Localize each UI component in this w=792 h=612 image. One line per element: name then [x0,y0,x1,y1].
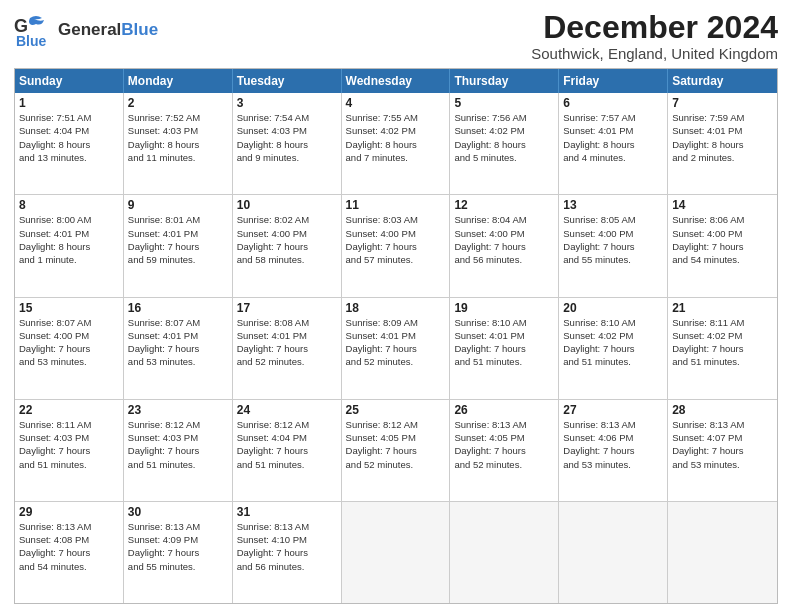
day-info: Sunrise: 8:00 AM Sunset: 4:01 PM Dayligh… [19,213,119,266]
calendar-cell: 7Sunrise: 7:59 AM Sunset: 4:01 PM Daylig… [668,93,777,194]
day-number: 30 [128,505,228,519]
day-number: 2 [128,96,228,110]
calendar-cell: 28Sunrise: 8:13 AM Sunset: 4:07 PM Dayli… [668,400,777,501]
day-number: 4 [346,96,446,110]
page: G Blue GeneralBlue December 2024 Southwi… [0,0,792,612]
calendar-cell: 26Sunrise: 8:13 AM Sunset: 4:05 PM Dayli… [450,400,559,501]
header-saturday: Saturday [668,69,777,93]
calendar-cell [342,502,451,603]
calendar-cell: 13Sunrise: 8:05 AM Sunset: 4:00 PM Dayli… [559,195,668,296]
day-number: 25 [346,403,446,417]
calendar-cell: 23Sunrise: 8:12 AM Sunset: 4:03 PM Dayli… [124,400,233,501]
calendar-cell: 29Sunrise: 8:13 AM Sunset: 4:08 PM Dayli… [15,502,124,603]
day-number: 12 [454,198,554,212]
day-number: 11 [346,198,446,212]
day-info: Sunrise: 8:12 AM Sunset: 4:03 PM Dayligh… [128,418,228,471]
logo-icon: G Blue [14,10,54,50]
day-info: Sunrise: 8:13 AM Sunset: 4:07 PM Dayligh… [672,418,773,471]
day-info: Sunrise: 7:56 AM Sunset: 4:02 PM Dayligh… [454,111,554,164]
header-friday: Friday [559,69,668,93]
logo-general: General [58,20,121,39]
day-info: Sunrise: 8:13 AM Sunset: 4:05 PM Dayligh… [454,418,554,471]
svg-text:Blue: Blue [16,33,47,49]
calendar-cell [450,502,559,603]
day-info: Sunrise: 7:51 AM Sunset: 4:04 PM Dayligh… [19,111,119,164]
calendar-cell: 16Sunrise: 8:07 AM Sunset: 4:01 PM Dayli… [124,298,233,399]
day-number: 16 [128,301,228,315]
calendar-week-2: 8Sunrise: 8:00 AM Sunset: 4:01 PM Daylig… [15,194,777,296]
day-number: 7 [672,96,773,110]
day-info: Sunrise: 8:10 AM Sunset: 4:01 PM Dayligh… [454,316,554,369]
calendar-cell: 4Sunrise: 7:55 AM Sunset: 4:02 PM Daylig… [342,93,451,194]
calendar-cell: 10Sunrise: 8:02 AM Sunset: 4:00 PM Dayli… [233,195,342,296]
day-info: Sunrise: 7:52 AM Sunset: 4:03 PM Dayligh… [128,111,228,164]
day-info: Sunrise: 8:06 AM Sunset: 4:00 PM Dayligh… [672,213,773,266]
day-info: Sunrise: 8:08 AM Sunset: 4:01 PM Dayligh… [237,316,337,369]
calendar-cell: 2Sunrise: 7:52 AM Sunset: 4:03 PM Daylig… [124,93,233,194]
calendar-cell: 9Sunrise: 8:01 AM Sunset: 4:01 PM Daylig… [124,195,233,296]
calendar-header: Sunday Monday Tuesday Wednesday Thursday… [15,69,777,93]
calendar-cell: 25Sunrise: 8:12 AM Sunset: 4:05 PM Dayli… [342,400,451,501]
day-info: Sunrise: 8:12 AM Sunset: 4:04 PM Dayligh… [237,418,337,471]
calendar-cell: 18Sunrise: 8:09 AM Sunset: 4:01 PM Dayli… [342,298,451,399]
day-number: 19 [454,301,554,315]
calendar-cell: 21Sunrise: 8:11 AM Sunset: 4:02 PM Dayli… [668,298,777,399]
calendar-cell: 31Sunrise: 8:13 AM Sunset: 4:10 PM Dayli… [233,502,342,603]
day-info: Sunrise: 8:11 AM Sunset: 4:02 PM Dayligh… [672,316,773,369]
day-info: Sunrise: 8:09 AM Sunset: 4:01 PM Dayligh… [346,316,446,369]
day-info: Sunrise: 7:57 AM Sunset: 4:01 PM Dayligh… [563,111,663,164]
calendar-cell: 19Sunrise: 8:10 AM Sunset: 4:01 PM Dayli… [450,298,559,399]
day-info: Sunrise: 8:13 AM Sunset: 4:10 PM Dayligh… [237,520,337,573]
calendar-week-1: 1Sunrise: 7:51 AM Sunset: 4:04 PM Daylig… [15,93,777,194]
header-tuesday: Tuesday [233,69,342,93]
calendar-cell: 14Sunrise: 8:06 AM Sunset: 4:00 PM Dayli… [668,195,777,296]
day-info: Sunrise: 8:13 AM Sunset: 4:08 PM Dayligh… [19,520,119,573]
header-monday: Monday [124,69,233,93]
calendar-cell: 27Sunrise: 8:13 AM Sunset: 4:06 PM Dayli… [559,400,668,501]
calendar-cell: 8Sunrise: 8:00 AM Sunset: 4:01 PM Daylig… [15,195,124,296]
day-info: Sunrise: 8:13 AM Sunset: 4:09 PM Dayligh… [128,520,228,573]
day-number: 8 [19,198,119,212]
logo-text: GeneralBlue [58,21,158,40]
calendar-cell: 15Sunrise: 8:07 AM Sunset: 4:00 PM Dayli… [15,298,124,399]
day-info: Sunrise: 7:59 AM Sunset: 4:01 PM Dayligh… [672,111,773,164]
calendar-cell: 1Sunrise: 7:51 AM Sunset: 4:04 PM Daylig… [15,93,124,194]
day-number: 24 [237,403,337,417]
day-number: 18 [346,301,446,315]
day-number: 26 [454,403,554,417]
day-info: Sunrise: 8:05 AM Sunset: 4:00 PM Dayligh… [563,213,663,266]
calendar-cell: 20Sunrise: 8:10 AM Sunset: 4:02 PM Dayli… [559,298,668,399]
day-number: 5 [454,96,554,110]
day-info: Sunrise: 8:04 AM Sunset: 4:00 PM Dayligh… [454,213,554,266]
day-number: 31 [237,505,337,519]
logo-blue: Blue [121,20,158,39]
title-block: December 2024 Southwick, England, United… [531,10,778,62]
calendar-cell: 22Sunrise: 8:11 AM Sunset: 4:03 PM Dayli… [15,400,124,501]
header-thursday: Thursday [450,69,559,93]
calendar-week-5: 29Sunrise: 8:13 AM Sunset: 4:08 PM Dayli… [15,501,777,603]
day-info: Sunrise: 8:07 AM Sunset: 4:00 PM Dayligh… [19,316,119,369]
day-number: 17 [237,301,337,315]
day-number: 6 [563,96,663,110]
header: G Blue GeneralBlue December 2024 Southwi… [14,10,778,62]
calendar-cell: 3Sunrise: 7:54 AM Sunset: 4:03 PM Daylig… [233,93,342,194]
day-info: Sunrise: 8:12 AM Sunset: 4:05 PM Dayligh… [346,418,446,471]
day-number: 9 [128,198,228,212]
day-number: 10 [237,198,337,212]
calendar-week-4: 22Sunrise: 8:11 AM Sunset: 4:03 PM Dayli… [15,399,777,501]
logo: G Blue GeneralBlue [14,10,158,50]
day-info: Sunrise: 8:03 AM Sunset: 4:00 PM Dayligh… [346,213,446,266]
calendar-cell: 30Sunrise: 8:13 AM Sunset: 4:09 PM Dayli… [124,502,233,603]
calendar-cell: 12Sunrise: 8:04 AM Sunset: 4:00 PM Dayli… [450,195,559,296]
day-number: 3 [237,96,337,110]
day-number: 1 [19,96,119,110]
day-info: Sunrise: 7:55 AM Sunset: 4:02 PM Dayligh… [346,111,446,164]
calendar: Sunday Monday Tuesday Wednesday Thursday… [14,68,778,604]
calendar-cell: 11Sunrise: 8:03 AM Sunset: 4:00 PM Dayli… [342,195,451,296]
day-number: 20 [563,301,663,315]
main-title: December 2024 [531,10,778,45]
calendar-cell: 6Sunrise: 7:57 AM Sunset: 4:01 PM Daylig… [559,93,668,194]
calendar-cell: 24Sunrise: 8:12 AM Sunset: 4:04 PM Dayli… [233,400,342,501]
calendar-body: 1Sunrise: 7:51 AM Sunset: 4:04 PM Daylig… [15,93,777,603]
day-number: 21 [672,301,773,315]
